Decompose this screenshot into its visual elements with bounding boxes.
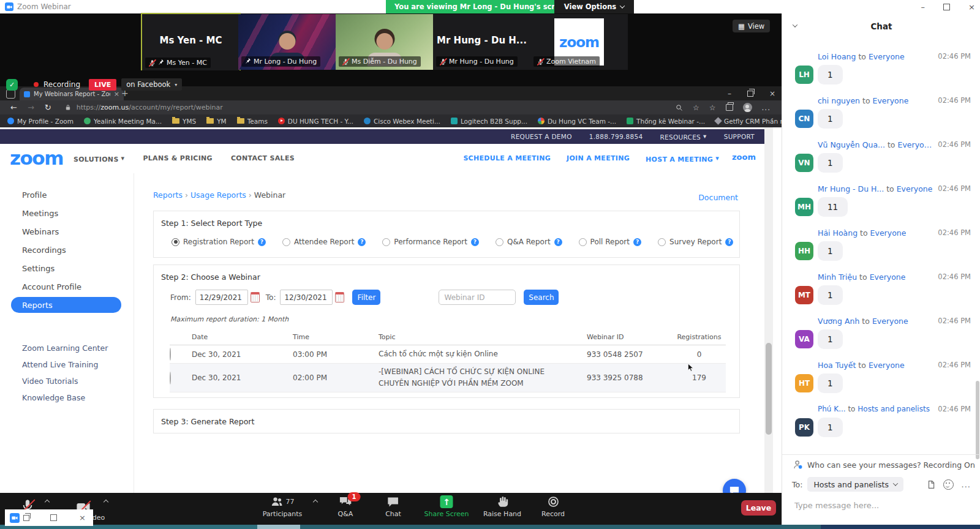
sidebar-link-video-tutorials[interactable]: Video Tutorials	[0, 373, 134, 389]
bookmark-item[interactable]: Logitech B2B Supp...	[451, 118, 527, 125]
browser-minimize-button[interactable]: –	[728, 89, 731, 98]
leave-button[interactable]: Leave	[741, 500, 776, 516]
sidebar-link-knowledge-base[interactable]: Knowledge Base	[0, 389, 134, 406]
zoom-page-icon[interactable]	[676, 104, 683, 111]
chat-button[interactable]: Chat	[385, 495, 401, 518]
request-demo-link[interactable]: REQUEST A DEMO	[511, 133, 572, 140]
filter-button[interactable]: Filter	[352, 290, 380, 305]
recipient-name[interactable]: Everyone	[869, 52, 905, 61]
message-visibility-notice[interactable]: Who can see your messages? Recording On	[793, 460, 980, 470]
help-icon[interactable]: ?	[725, 238, 733, 246]
row-radio[interactable]	[170, 372, 171, 385]
bookmark-item[interactable]: Getfly CRM Phần m...	[715, 118, 793, 125]
close-button[interactable]: ×	[968, 2, 975, 12]
bookmark-item[interactable]: YM	[206, 118, 226, 125]
close-icon[interactable]: ×	[79, 513, 86, 522]
row-radio[interactable]	[170, 348, 171, 361]
recipient-name[interactable]: Everyone	[873, 96, 909, 105]
sender-name[interactable]: Hoa Tuyết	[818, 361, 856, 370]
raise-hand-button[interactable]: Raise Hand	[483, 495, 521, 518]
sidebar-item-webinars[interactable]: Webinars	[0, 222, 134, 241]
recipient-name[interactable]: Everyone	[869, 361, 905, 370]
recipient-name[interactable]: Everyone	[898, 140, 933, 149]
contact-sales-link[interactable]: CONTACT SALES	[231, 154, 295, 163]
sidebar-link-live-training[interactable]: Attend Live Training	[0, 356, 134, 373]
account-avatar[interactable]: zoom	[732, 152, 756, 162]
sidebar-item-profile[interactable]: Profile	[0, 186, 134, 204]
lock-icon[interactable]	[65, 104, 71, 111]
video-tile-ms-diem[interactable]: Ms Diễm - Du Hung	[336, 14, 433, 70]
radio-poll-report[interactable]: Poll Report?	[579, 238, 641, 246]
join-meeting-link[interactable]: JOIN A MEETING	[567, 154, 630, 163]
maximize-button[interactable]	[943, 4, 950, 10]
favorites-bar-icon[interactable]: ☆	[709, 103, 716, 112]
sender-name[interactable]: chi nguyen	[818, 96, 860, 105]
browser-profile-avatar[interactable]	[743, 103, 752, 112]
sidebar-item-account-profile[interactable]: Account Profile	[0, 277, 134, 296]
tab-actions-icon[interactable]	[6, 89, 15, 99]
mic-options-chevron[interactable]	[45, 500, 50, 505]
radio-registration-report[interactable]: Registration Report?	[172, 238, 266, 246]
video-tile-mr-long[interactable]: Mr Long - Du Hung	[238, 14, 336, 70]
recipient-dropdown[interactable]: Hosts and panelists	[807, 477, 903, 492]
browser-menu-icon[interactable]: ...	[762, 103, 771, 112]
sender-name[interactable]: Mr Hung - Du H...	[818, 184, 884, 193]
calendar-icon[interactable]	[335, 292, 344, 302]
recipient-name[interactable]: Everyone	[870, 272, 906, 282]
browser-restore-button[interactable]	[747, 91, 753, 97]
chat-scrollbar[interactable]	[976, 381, 979, 459]
sidebar-link-learning-center[interactable]: Zoom Learning Center	[0, 340, 134, 356]
record-button[interactable]: Record	[541, 495, 565, 518]
search-button[interactable]: Search	[524, 290, 559, 305]
sender-name[interactable]: Hải Hoàng	[818, 228, 858, 238]
sidebar-item-settings[interactable]: Settings	[0, 259, 134, 277]
sender-name[interactable]: Vũ Nguyễn Qua...	[818, 140, 885, 149]
file-attach-icon[interactable]	[927, 480, 935, 489]
video-options-chevron[interactable]	[104, 500, 108, 505]
add-favorite-icon[interactable]: ☆	[693, 103, 699, 112]
chat-message-input[interactable]	[793, 500, 967, 511]
address-url[interactable]: https://zoom.us/account/my/report/webina…	[77, 103, 223, 111]
participants-chevron[interactable]	[313, 500, 318, 505]
table-row[interactable]: Dec 30, 2021 03:00 PM Cách tổ chức một s…	[170, 345, 726, 364]
view-layout-button[interactable]: ▦ View	[733, 20, 770, 32]
from-date-input[interactable]	[195, 290, 248, 305]
recipient-name[interactable]: Hosts and panelists	[858, 405, 930, 413]
qa-button[interactable]: 1 Q&A	[338, 495, 353, 518]
resources-menu[interactable]: RESOURCES▾	[660, 132, 706, 141]
video-tile-ms-yen[interactable]: Ms Yen - MC Ms Yen - MC	[141, 13, 241, 72]
radio-survey-report[interactable]: Survey Report?	[658, 238, 733, 246]
sender-name[interactable]: Phú K...	[818, 405, 846, 413]
restore-icon[interactable]	[23, 515, 29, 521]
more-options-icon[interactable]: ...	[962, 480, 971, 489]
security-shield-icon[interactable]: ✓	[6, 79, 18, 91]
table-row[interactable]: Dec 30, 2021 02:00 PM -[WEBINAR] CÁCH TỔ…	[170, 364, 726, 392]
sidebar-item-recordings[interactable]: Recordings	[0, 241, 134, 259]
minimize-button[interactable]: –	[921, 2, 925, 12]
bookmark-item[interactable]: Yealink Meeting Ma...	[84, 118, 162, 125]
bookmark-item[interactable]: Cisco Webex Meeti...	[364, 118, 440, 125]
plans-pricing-link[interactable]: PLANS & PRICING	[143, 154, 213, 163]
tab-close-icon[interactable]: ×	[114, 90, 119, 98]
support-link[interactable]: SUPPORT	[724, 133, 755, 140]
sender-name[interactable]: Minh Triệu	[818, 272, 857, 282]
recipient-name[interactable]: Everyone	[872, 317, 908, 326]
browser-close-button[interactable]: ×	[769, 89, 775, 98]
radio-qa-report[interactable]: Q&A Report?	[496, 238, 562, 246]
bookmark-item[interactable]: My Profile - Zoom	[7, 118, 74, 125]
radio-attendee-report[interactable]: Attendee Report?	[282, 238, 366, 246]
bookmark-item[interactable]: YMS	[172, 118, 196, 125]
floating-window-titlebar[interactable]: ×	[5, 509, 93, 526]
participants-button[interactable]: 77 Participants	[263, 495, 303, 518]
scrollbar-thumb[interactable]	[766, 343, 772, 435]
phone-number[interactable]: 1.888.799.8854	[589, 133, 643, 140]
maximize-icon[interactable]	[50, 514, 57, 521]
view-options-button[interactable]: View Options	[554, 0, 634, 13]
help-icon[interactable]: ?	[554, 238, 562, 246]
help-icon[interactable]: ?	[633, 238, 641, 246]
document-link[interactable]: Document	[698, 193, 738, 202]
help-icon[interactable]: ?	[358, 238, 366, 246]
share-screen-button[interactable]: ↑ Share Screen	[424, 495, 469, 518]
video-tile-mr-hung[interactable]: Mr Hung - Du H... Mr Hung - Du Hung	[433, 14, 530, 70]
back-button[interactable]: ←	[10, 103, 17, 112]
